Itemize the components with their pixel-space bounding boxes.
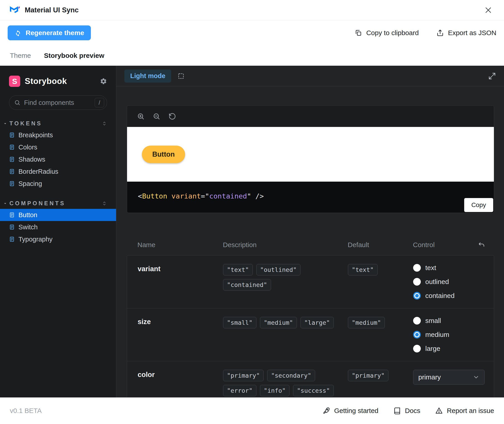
document-icon [9, 181, 15, 187]
story-canvas: Light mode [116, 66, 504, 398]
prop-default: "primary" [348, 370, 413, 398]
sidebar-item-button[interactable]: Button [0, 209, 116, 221]
radio-option-small[interactable]: small [413, 317, 494, 324]
search-input[interactable] [24, 99, 92, 107]
storybook-preview-pane: S Storybook / [0, 66, 504, 398]
prop-row-color: color "primary" "secondary" "error" "inf… [127, 361, 494, 398]
col-header-control: Control [413, 241, 435, 249]
reset-zoom-icon[interactable] [168, 112, 176, 120]
toolbar-right: Copy to clipboard Export as JSON [354, 29, 496, 37]
getting-started-link[interactable]: Getting started [322, 407, 379, 415]
getting-started-label: Getting started [334, 407, 379, 415]
material-ui-sync-window: Material UI Sync Regenerate theme [0, 0, 504, 424]
refresh-icon [14, 29, 22, 37]
export-as-json-button[interactable]: Export as JSON [436, 29, 496, 37]
radio-label: medium [425, 331, 449, 338]
prop-description: "primary" "secondary" "error" "info" "su… [223, 370, 348, 398]
collapse-all-icon[interactable] [102, 201, 107, 206]
outline-toggle-icon[interactable] [178, 72, 185, 80]
zoom-in-icon[interactable] [137, 112, 145, 120]
code-attr: variant [167, 192, 201, 200]
value-badge: "secondary" [267, 370, 315, 381]
sidebar-item-label: Typography [18, 236, 53, 243]
canvas-toolbar: Light mode [116, 66, 504, 87]
radio-selected-icon [413, 331, 421, 338]
storybook-logo-icon: S [9, 76, 20, 87]
sidebar-item-spacing[interactable]: Spacing [0, 178, 116, 190]
value-badge: "small" [223, 317, 256, 328]
color-select-value: primary [418, 373, 441, 381]
color-select[interactable]: primary [413, 370, 485, 385]
section-header-components[interactable]: COMPONENTS [0, 200, 116, 207]
window-title: Material UI Sync [25, 6, 79, 14]
docs-label: Docs [405, 407, 420, 415]
tab-storybook-preview[interactable]: Storybook preview [44, 52, 104, 59]
close-icon[interactable] [482, 4, 494, 16]
code-string: contained [209, 192, 247, 200]
radio-option-large[interactable]: large [413, 345, 494, 352]
radio-label: small [425, 317, 441, 324]
chevron-down-icon [473, 374, 479, 380]
light-mode-toggle[interactable]: Light mode [124, 69, 171, 83]
radio-icon [413, 264, 421, 272]
prop-description: "text" "outlined" "contained" [223, 264, 348, 299]
document-icon [9, 144, 15, 150]
story-viewport: Button [127, 127, 494, 182]
section-header-tokens[interactable]: TOKENS [0, 120, 116, 127]
storybook-brand-name: Storybook [25, 76, 67, 86]
copy-code-button[interactable]: Copy [464, 198, 493, 212]
default-badge: "text" [348, 264, 378, 275]
rocket-icon [322, 407, 330, 415]
radio-label: contained [425, 292, 455, 299]
radio-option-text[interactable]: text [413, 264, 494, 272]
component-search[interactable]: / [9, 95, 107, 110]
warning-triangle-icon [435, 407, 443, 415]
docs-link[interactable]: Docs [393, 407, 420, 415]
document-icon [9, 212, 15, 218]
radio-icon [413, 317, 421, 324]
zoom-out-icon[interactable] [153, 112, 160, 120]
sidebar-item-typography[interactable]: Typography [0, 233, 116, 245]
mui-logo-icon [10, 6, 20, 15]
copy-to-clipboard-button[interactable]: Copy to clipboard [354, 29, 418, 37]
prop-row-variant: variant "text" "outlined" "contained" "t… [127, 256, 494, 308]
gear-icon[interactable] [100, 78, 107, 85]
sidebar-item-shadows[interactable]: Shadows [0, 153, 116, 165]
canvas-body: Button <Button variant="contained" />Cop… [116, 87, 504, 398]
size-radio-group: small medium large [413, 317, 494, 352]
rendered-mui-button[interactable]: Button [142, 146, 185, 163]
sidebar-item-label: BorderRadius [18, 168, 58, 175]
document-icon [9, 168, 15, 175]
value-badge: "info" [260, 385, 290, 396]
regenerate-theme-button[interactable]: Regenerate theme [8, 25, 91, 40]
sidebar-item-label: Button [18, 211, 37, 219]
value-badge: "outlined" [256, 264, 301, 275]
sidebar-item-switch[interactable]: Switch [0, 221, 116, 233]
sidebar-item-borderradius[interactable]: BorderRadius [0, 165, 116, 178]
value-badge: "medium" [260, 317, 297, 328]
zoom-toolbar [127, 106, 494, 127]
tab-theme[interactable]: Theme [10, 52, 31, 59]
radio-option-contained[interactable]: contained [413, 292, 494, 299]
code-punct: =" [201, 192, 209, 200]
report-issue-link[interactable]: Report an issue [435, 407, 494, 415]
fullscreen-icon[interactable] [488, 72, 496, 80]
window-header: Material UI Sync [0, 0, 504, 20]
document-icon [9, 156, 15, 162]
document-icon [9, 224, 15, 230]
reset-controls-icon[interactable] [478, 241, 485, 249]
export-as-json-label: Export as JSON [448, 29, 496, 37]
footer-links: Getting started Docs Report an issue [322, 407, 494, 415]
col-header-description: Description [223, 241, 348, 249]
radio-option-outlined[interactable]: outlined [413, 278, 494, 286]
radio-label: large [425, 345, 440, 352]
collapse-all-icon[interactable] [102, 121, 107, 126]
code-tag: Button [142, 192, 167, 200]
sidebar-item-breakpoints[interactable]: Breakpoints [0, 129, 116, 141]
document-icon [9, 236, 15, 242]
sidebar-item-colors[interactable]: Colors [0, 141, 116, 153]
prop-name: color [138, 370, 223, 398]
code-snippet: <Button variant="contained" />Copy [127, 182, 494, 213]
radio-option-medium[interactable]: medium [413, 331, 494, 338]
col-header-name: Name [137, 241, 223, 249]
